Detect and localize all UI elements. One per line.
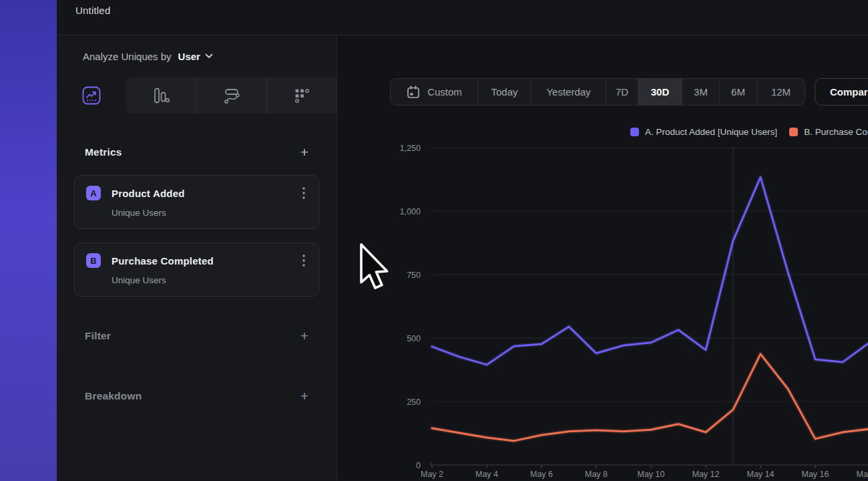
x-axis-label: May 6 bbox=[530, 470, 553, 479]
chevron-down-icon bbox=[205, 53, 213, 59]
retention-grid-icon bbox=[293, 87, 310, 104]
range-custom[interactable]: Custom bbox=[391, 79, 477, 105]
series-line-b bbox=[432, 354, 868, 441]
range-label: 6M bbox=[731, 86, 745, 98]
range-today[interactable]: Today bbox=[477, 79, 531, 105]
y-axis-label: 250 bbox=[407, 397, 421, 407]
series-glow-a bbox=[432, 177, 868, 365]
series-line-a bbox=[432, 177, 868, 365]
metric-name: Product Added bbox=[112, 188, 185, 199]
series-glow-b bbox=[432, 354, 868, 441]
metric-options-button[interactable] bbox=[300, 253, 308, 268]
range-12m[interactable]: 12M bbox=[756, 79, 805, 105]
range-7d[interactable]: 7D bbox=[606, 79, 638, 105]
chart-legend: A. Product Added [Unique Users] B. Purch… bbox=[630, 127, 868, 137]
main-panel: Custom Today Yesterday 7D 30D 3M 6M 12M … bbox=[337, 35, 868, 480]
range-label: 7D bbox=[616, 86, 628, 98]
breakdown-title: Breakdown bbox=[85, 390, 142, 402]
metric-card-a[interactable]: A Product Added Unique Users bbox=[74, 175, 319, 229]
analyze-entity-dropdown[interactable]: User bbox=[178, 51, 213, 62]
x-axis-label: May 4 bbox=[475, 470, 498, 479]
range-label: Custom bbox=[427, 86, 462, 98]
metric-subtitle: Unique Users bbox=[112, 208, 308, 218]
kebab-icon bbox=[302, 187, 305, 199]
date-range-control: Custom Today Yesterday 7D 30D 3M 6M 12M bbox=[390, 78, 805, 106]
metric-card-b[interactable]: B Purchase Completed Unique Users bbox=[74, 243, 319, 297]
x-axis-label: May 10 bbox=[638, 470, 665, 479]
range-6m[interactable]: 6M bbox=[719, 79, 756, 105]
range-label: 3M bbox=[694, 86, 708, 98]
analyze-entity-value: User bbox=[178, 51, 200, 62]
sidebar: Analyze Uniques by User bbox=[57, 35, 337, 480]
metric-badge-a: A bbox=[86, 186, 101, 200]
range-30d[interactable]: 30D bbox=[638, 79, 682, 105]
metric-badge-b: B bbox=[86, 253, 101, 268]
legend-item-a: A. Product Added [Unique Users] bbox=[630, 127, 777, 137]
bar-chart-icon bbox=[152, 87, 170, 104]
x-axis-label: May 18 bbox=[857, 470, 868, 479]
metric-options-button[interactable] bbox=[300, 186, 308, 200]
app-window: Untitled Analyze Uniques by User bbox=[57, 0, 868, 481]
legend-item-b: B. Purchase Completed [Unique Users] bbox=[789, 127, 868, 137]
y-axis-label: 1,000 bbox=[400, 207, 421, 216]
tab-retention[interactable] bbox=[266, 77, 337, 114]
analyze-by-row: Analyze Uniques by User bbox=[57, 35, 337, 77]
legend-swatch-purple bbox=[630, 128, 639, 136]
tab-flows[interactable] bbox=[196, 77, 266, 114]
analyze-by-label: Analyze Uniques by bbox=[83, 51, 172, 62]
flows-icon bbox=[223, 87, 240, 104]
filter-title: Filter bbox=[85, 330, 111, 342]
chart-type-tabs bbox=[57, 77, 337, 114]
range-label: 30D bbox=[651, 86, 670, 98]
date-range-bar: Custom Today Yesterday 7D 30D 3M 6M 12M … bbox=[390, 78, 868, 106]
add-breakdown-button[interactable]: + bbox=[300, 389, 308, 403]
breakdown-section-header: Breakdown + bbox=[74, 388, 319, 404]
filter-section-header: Filter + bbox=[74, 328, 319, 344]
x-axis-label: May 16 bbox=[802, 470, 829, 479]
y-axis-label: 0 bbox=[416, 461, 421, 470]
y-axis-label: 1,250 bbox=[400, 144, 421, 153]
compare-label: Compare bbox=[830, 86, 868, 98]
x-axis-label: May 8 bbox=[585, 470, 608, 479]
add-filter-button[interactable]: + bbox=[300, 329, 308, 343]
calendar-icon bbox=[406, 85, 421, 100]
tab-insights[interactable] bbox=[57, 77, 126, 114]
range-label: Yesterday bbox=[546, 86, 590, 98]
range-label: Today bbox=[491, 86, 517, 98]
range-3m[interactable]: 3M bbox=[682, 79, 719, 105]
x-axis-label: May 12 bbox=[692, 470, 720, 479]
x-axis-label: May 2 bbox=[421, 470, 443, 479]
left-gradient-strip bbox=[0, 0, 57, 481]
range-yesterday[interactable]: Yesterday bbox=[531, 79, 606, 105]
y-axis-label: 750 bbox=[407, 271, 421, 280]
metric-name: Purchase Completed bbox=[112, 255, 214, 267]
legend-swatch-orange bbox=[789, 128, 798, 136]
legend-label: B. Purchase Completed [Unique Users] bbox=[804, 127, 868, 137]
kebab-icon bbox=[302, 255, 305, 267]
range-label: 12M bbox=[771, 86, 791, 98]
x-axis-label: May 14 bbox=[747, 470, 775, 479]
compare-button[interactable]: Compare bbox=[815, 78, 868, 106]
y-axis-label: 500 bbox=[407, 334, 421, 343]
metrics-section-header: Metrics + bbox=[74, 144, 319, 160]
add-metric-button[interactable]: + bbox=[300, 146, 308, 159]
legend-label: A. Product Added [Unique Users] bbox=[645, 127, 777, 137]
tab-funnels[interactable] bbox=[126, 77, 196, 114]
line-chart-icon bbox=[82, 86, 101, 105]
page-title: Untitled bbox=[75, 5, 868, 16]
metric-subtitle: Unique Users bbox=[112, 275, 308, 285]
topbar: Untitled bbox=[57, 0, 868, 35]
metrics-title: Metrics bbox=[85, 146, 122, 158]
